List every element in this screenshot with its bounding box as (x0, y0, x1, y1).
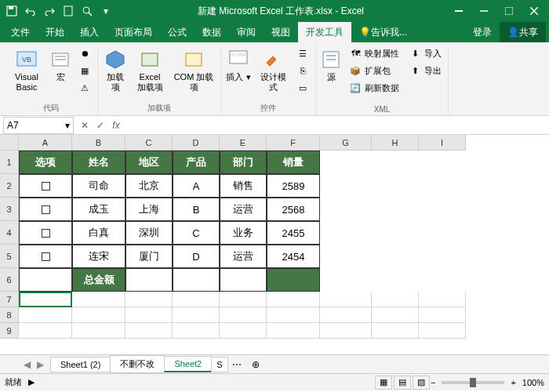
cell[interactable] (320, 323, 372, 339)
cell[interactable] (125, 323, 173, 339)
cell[interactable] (125, 292, 173, 307)
zoom-slider[interactable] (442, 381, 504, 384)
cell[interactable] (267, 307, 320, 323)
cell[interactable]: 运营 (220, 198, 267, 221)
col-header[interactable]: C (125, 135, 173, 151)
maximize-icon[interactable] (497, 2, 521, 20)
sheet-tab-3[interactable]: Sheet2 (164, 356, 212, 372)
cell[interactable] (419, 323, 466, 339)
insert-control-button[interactable]: 插入 ▾ (224, 45, 253, 84)
cell[interactable] (372, 307, 419, 323)
new-icon[interactable] (60, 2, 77, 20)
redo-icon[interactable] (41, 2, 58, 20)
add-sheet-icon[interactable]: ⊕ (246, 359, 265, 370)
cell[interactable] (220, 268, 267, 292)
design-mode-button[interactable]: 设计模式 (256, 45, 290, 94)
save-icon[interactable] (3, 2, 20, 20)
cell[interactable] (19, 174, 72, 198)
cell[interactable] (372, 323, 419, 339)
tab-formula[interactable]: 公式 (160, 22, 195, 42)
tab-review[interactable]: 审阅 (229, 22, 264, 42)
cell[interactable]: 选项 (19, 151, 72, 174)
cell[interactable]: 2568 (267, 198, 320, 221)
cell[interactable]: 2589 (267, 174, 320, 198)
sheet-tab-2[interactable]: 不删不改 (110, 355, 165, 373)
confirm-formula-icon[interactable]: ✓ (93, 120, 108, 131)
cell[interactable] (320, 292, 372, 307)
col-header[interactable]: B (72, 135, 125, 151)
cell[interactable]: D (173, 245, 220, 268)
export-button[interactable]: ⬆导出 (405, 63, 445, 78)
cell[interactable] (220, 307, 267, 323)
tab-file[interactable]: 文件 (3, 22, 38, 42)
com-addin-button[interactable]: COM 加载项 (170, 45, 217, 94)
row-header[interactable]: 3 (0, 198, 19, 221)
properties-button[interactable]: ☰ (293, 45, 312, 61)
cell[interactable]: A (173, 174, 220, 198)
row-header[interactable]: 8 (0, 307, 19, 323)
cell[interactable]: 连宋 (72, 245, 125, 268)
cell[interactable] (173, 307, 220, 323)
normal-view-icon[interactable]: ▦ (375, 376, 392, 390)
addin-button[interactable]: 加载项 (101, 45, 129, 94)
import-button[interactable]: ⬇导入 (405, 45, 445, 61)
row-header[interactable]: 6 (0, 268, 19, 292)
cell[interactable]: 深圳 (125, 221, 173, 245)
tab-scroll-icon[interactable]: ⋯ (227, 359, 246, 370)
cell[interactable] (19, 198, 72, 221)
cell[interactable] (220, 323, 267, 339)
cell[interactable] (173, 292, 220, 307)
cell[interactable] (19, 323, 72, 339)
undo-icon[interactable] (22, 2, 39, 20)
cell[interactable] (72, 292, 125, 307)
macro-status-icon[interactable]: ▶ (28, 377, 35, 387)
cell[interactable] (19, 245, 72, 268)
name-box[interactable]: A7▾ (3, 117, 74, 134)
cell[interactable]: 成玉 (72, 198, 125, 221)
refresh-data-button[interactable]: 🔄刷新数据 (346, 80, 402, 96)
cell[interactable] (173, 323, 220, 339)
cell[interactable] (19, 268, 72, 292)
col-header[interactable]: F (267, 135, 320, 151)
qat-dropdown-icon[interactable]: ▾ (97, 2, 115, 20)
macro-security-button[interactable]: ⚠ (75, 80, 94, 96)
ribbon-options-icon[interactable] (447, 2, 471, 20)
visual-basic-button[interactable]: VB Visual Basic (8, 45, 45, 94)
cell[interactable]: 2455 (267, 221, 320, 245)
cell[interactable]: 总金额 (72, 268, 125, 292)
cell[interactable]: 上海 (125, 198, 173, 221)
zoom-level[interactable]: 100% (522, 378, 544, 387)
row-header[interactable]: 4 (0, 221, 19, 245)
cell[interactable] (72, 307, 125, 323)
col-header[interactable]: E (220, 135, 267, 151)
row-header[interactable]: 1 (0, 151, 19, 174)
cell[interactable]: 运营 (220, 245, 267, 268)
cell[interactable] (125, 307, 173, 323)
sheet-tab-1[interactable]: Sheet1 (2) (50, 357, 111, 372)
col-header[interactable]: I (419, 135, 466, 151)
row-header[interactable]: 7 (0, 292, 19, 307)
col-header[interactable]: H (372, 135, 419, 151)
cell[interactable] (267, 323, 320, 339)
cell[interactable]: 销售 (220, 174, 267, 198)
cell[interactable]: C (173, 221, 220, 245)
share-button[interactable]: 👤 共享 (500, 22, 546, 42)
row-header[interactable]: 9 (0, 323, 19, 339)
cell[interactable]: 姓名 (72, 151, 125, 174)
cell[interactable]: 地区 (125, 151, 173, 174)
record-macro-button[interactable]: ⏺ (75, 45, 94, 61)
cell[interactable] (267, 292, 320, 307)
zoom-in-icon[interactable]: + (511, 378, 515, 387)
checkbox[interactable] (42, 252, 50, 261)
cell[interactable] (19, 221, 72, 245)
source-button[interactable]: 源 (319, 45, 343, 84)
cell[interactable] (125, 268, 173, 292)
tab-layout[interactable]: 页面布局 (107, 22, 160, 42)
map-properties-button[interactable]: 🗺映射属性 (346, 45, 402, 61)
checkbox[interactable] (42, 229, 50, 238)
preview-icon[interactable] (78, 2, 96, 20)
cell[interactable]: 部门 (220, 151, 267, 174)
checkbox[interactable] (42, 182, 50, 191)
macro-button[interactable]: 宏 (49, 45, 72, 84)
cancel-formula-icon[interactable]: ✕ (77, 120, 93, 131)
